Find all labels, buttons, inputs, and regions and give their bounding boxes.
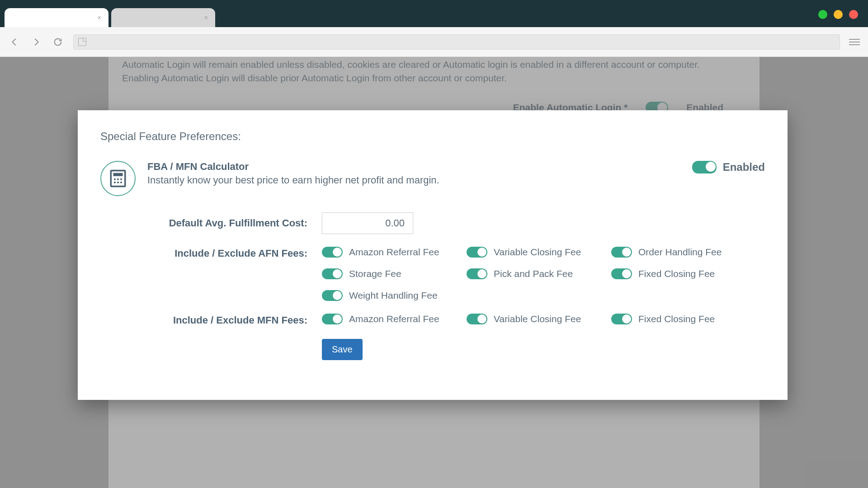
window-controls: [818, 10, 858, 19]
svg-point-4: [120, 178, 122, 180]
tab-strip: × ×: [0, 0, 868, 27]
fulfillment-cost-label: Default Avg. Fulfillment Cost:: [100, 217, 322, 229]
back-icon[interactable]: [8, 36, 21, 48]
mfn-fixed-label: Fixed Closing Fee: [638, 314, 715, 324]
svg-point-5: [114, 182, 116, 183]
modal-title: Special Feature Preferences:: [100, 130, 765, 143]
afn-pick-label: Pick and Pack Fee: [494, 268, 573, 279]
close-icon[interactable]: ×: [98, 14, 101, 21]
afn-variable-toggle[interactable]: [467, 247, 487, 258]
browser-toolbar: [0, 27, 868, 57]
mfn-referral-label: Amazon Referral Fee: [349, 314, 439, 324]
save-button[interactable]: Save: [322, 339, 363, 360]
url-bar[interactable]: [73, 34, 840, 50]
mfn-fees-label: Include / Exclude MFN Fees:: [100, 314, 322, 326]
close-window-icon[interactable]: [849, 10, 858, 19]
mfn-variable-toggle[interactable]: [467, 314, 487, 324]
calculator-icon: [100, 161, 136, 196]
mfn-referral-toggle[interactable]: [322, 314, 343, 324]
afn-storage-label: Storage Fee: [349, 268, 401, 279]
afn-weight-label: Weight Handling Fee: [349, 290, 438, 301]
page-icon: [78, 38, 86, 46]
browser-chrome: × ×: [0, 0, 868, 27]
mfn-fixed-toggle[interactable]: [611, 314, 632, 324]
preferences-modal: Special Feature Preferences: FBA / MFN C…: [78, 110, 788, 400]
calculator-toggle[interactable]: [692, 161, 717, 174]
reload-icon[interactable]: [52, 36, 64, 48]
afn-order-label: Order Handling Fee: [638, 247, 722, 258]
afn-fees-label: Include / Exclude AFN Fees:: [100, 247, 322, 259]
afn-referral-label: Amazon Referral Fee: [349, 247, 439, 258]
tab-2[interactable]: ×: [111, 8, 215, 27]
afn-referral-toggle[interactable]: [322, 247, 343, 258]
svg-point-7: [120, 182, 122, 183]
afn-storage-toggle[interactable]: [322, 268, 343, 279]
maximize-icon[interactable]: [834, 10, 843, 19]
calculator-description: Instantly know your best price to earn h…: [147, 174, 680, 186]
svg-point-2: [114, 178, 116, 180]
svg-point-6: [117, 182, 119, 183]
close-icon[interactable]: ×: [204, 14, 208, 21]
afn-pick-toggle[interactable]: [467, 268, 487, 279]
afn-fixed-toggle[interactable]: [611, 268, 632, 279]
svg-rect-1: [113, 173, 123, 176]
calculator-status: Enabled: [723, 161, 765, 174]
tab-1[interactable]: ×: [5, 8, 108, 27]
fulfillment-cost-input[interactable]: [322, 212, 413, 234]
menu-icon[interactable]: [849, 39, 860, 45]
afn-weight-toggle[interactable]: [322, 290, 343, 301]
svg-point-3: [117, 178, 119, 180]
forward-icon[interactable]: [30, 36, 42, 48]
afn-variable-label: Variable Closing Fee: [494, 247, 581, 258]
calculator-title: FBA / MFN Calculator: [147, 161, 680, 173]
afn-order-toggle[interactable]: [611, 247, 632, 258]
afn-fixed-label: Fixed Closing Fee: [638, 268, 715, 279]
minimize-icon[interactable]: [818, 10, 827, 19]
mfn-variable-label: Variable Closing Fee: [494, 314, 581, 324]
